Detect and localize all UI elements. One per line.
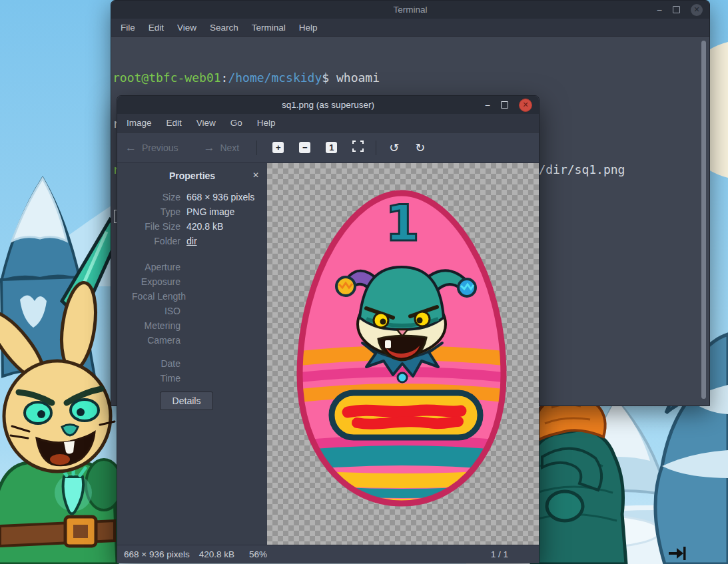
terminal-titlebar[interactable]: Terminal − ✕ bbox=[111, 1, 709, 19]
status-image-index: 1 / 1 bbox=[491, 549, 508, 559]
properties-header: Properties ✕ bbox=[117, 170, 267, 181]
menu-view[interactable]: View bbox=[196, 118, 216, 128]
image-canvas[interactable]: 1 bbox=[267, 163, 539, 545]
previous-button[interactable]: ← Previous bbox=[125, 141, 178, 154]
terminal-title: Terminal bbox=[111, 5, 709, 15]
properties-panel: Properties ✕ Size 668 × 936 pixels Type … bbox=[117, 163, 267, 545]
menu-help[interactable]: Help bbox=[299, 23, 318, 33]
maximize-icon[interactable] bbox=[501, 101, 508, 109]
minimize-icon[interactable]: − bbox=[485, 102, 490, 109]
terminal-line: root@tbfc-web01:/home/mcskidy$ whoami bbox=[113, 70, 709, 85]
egg-banner bbox=[332, 393, 480, 437]
egg-number: 1 bbox=[385, 194, 420, 252]
menu-help[interactable]: Help bbox=[257, 118, 276, 128]
property-row-folder: Folder dir bbox=[117, 234, 267, 248]
rabbit-tongue bbox=[50, 454, 70, 465]
character-mitten bbox=[547, 491, 583, 521]
minimize-icon[interactable]: − bbox=[657, 7, 662, 13]
rotate-left-icon[interactable]: ↺ bbox=[389, 141, 399, 155]
terminal-scrollbar[interactable] bbox=[701, 41, 706, 399]
arrow-left-icon: ← bbox=[125, 141, 137, 154]
rotate-right-icon[interactable]: ↻ bbox=[415, 141, 425, 155]
zoom-out-icon[interactable]: − bbox=[299, 142, 310, 153]
viewer-toolbar: ← Previous → Next + − 1 ↺ ↻ bbox=[117, 133, 539, 163]
property-row-time: Time bbox=[117, 371, 267, 386]
toolbar-separator bbox=[376, 141, 376, 155]
menu-file[interactable]: File bbox=[121, 23, 135, 33]
property-row-date: Date bbox=[117, 356, 267, 371]
close-icon[interactable]: ✕ bbox=[519, 99, 532, 112]
menu-search[interactable]: Search bbox=[210, 23, 238, 33]
normal-size-icon[interactable]: 1 bbox=[326, 142, 337, 153]
hat-ball-yellow bbox=[336, 277, 355, 296]
property-row-metering: Metering bbox=[117, 318, 267, 333]
status-filesize: 420.8 kB bbox=[199, 549, 234, 559]
zoom-in-icon[interactable]: + bbox=[272, 142, 284, 153]
menu-edit[interactable]: Edit bbox=[167, 118, 182, 128]
viewer-menubar: Image Edit View Go Help bbox=[117, 114, 539, 133]
rabbit-eye-right bbox=[71, 400, 99, 421]
property-row-iso: ISO bbox=[117, 304, 267, 318]
status-zoom-level: 56% bbox=[249, 549, 267, 559]
menu-image[interactable]: Image bbox=[127, 118, 152, 128]
close-icon[interactable]: ✕ bbox=[691, 4, 703, 16]
menu-go[interactable]: Go bbox=[230, 118, 242, 128]
property-row-aperture: Aperture bbox=[117, 260, 267, 274]
toolbar-separator bbox=[256, 141, 257, 155]
property-row-focal-length: Focal Length bbox=[117, 289, 267, 304]
property-row-type: Type PNG image bbox=[117, 204, 267, 219]
redaction-scribble bbox=[348, 410, 461, 412]
mouse-cursor-icon bbox=[667, 545, 690, 562]
menu-edit[interactable]: Edit bbox=[149, 23, 164, 33]
best-fit-icon[interactable] bbox=[352, 141, 364, 154]
collar-bead bbox=[398, 373, 407, 382]
viewer-title: sq1.png (as superuser) bbox=[117, 100, 539, 110]
viewer-titlebar[interactable]: sq1.png (as superuser) − ✕ bbox=[117, 96, 539, 114]
menu-terminal[interactable]: Terminal bbox=[252, 23, 286, 33]
panel-close-icon[interactable]: ✕ bbox=[252, 170, 259, 180]
maximize-icon[interactable] bbox=[673, 6, 680, 13]
arrow-right-icon: → bbox=[203, 141, 214, 154]
details-button[interactable]: Details bbox=[160, 392, 213, 410]
property-row-exposure: Exposure bbox=[117, 274, 267, 289]
property-row-filesize: File Size 420.8 kB bbox=[117, 219, 267, 234]
terminal-menubar: File Edit View Search Terminal Help bbox=[111, 19, 709, 37]
viewer-statusbar: 668 × 936 pixels 420.8 kB 56% 1 / 1 bbox=[117, 545, 539, 563]
egg-image: 1 bbox=[278, 179, 528, 528]
menu-view[interactable]: View bbox=[177, 23, 196, 33]
status-dimensions: 668 × 936 pixels bbox=[124, 549, 190, 559]
property-row-camera: Camera bbox=[117, 333, 267, 348]
folder-link[interactable]: dir bbox=[186, 234, 197, 248]
image-viewer-window: sq1.png (as superuser) − ✕ Image Edit Vi… bbox=[117, 95, 540, 562]
property-row-size: Size 668 × 936 pixels bbox=[117, 190, 267, 204]
next-button[interactable]: → Next bbox=[203, 141, 239, 154]
